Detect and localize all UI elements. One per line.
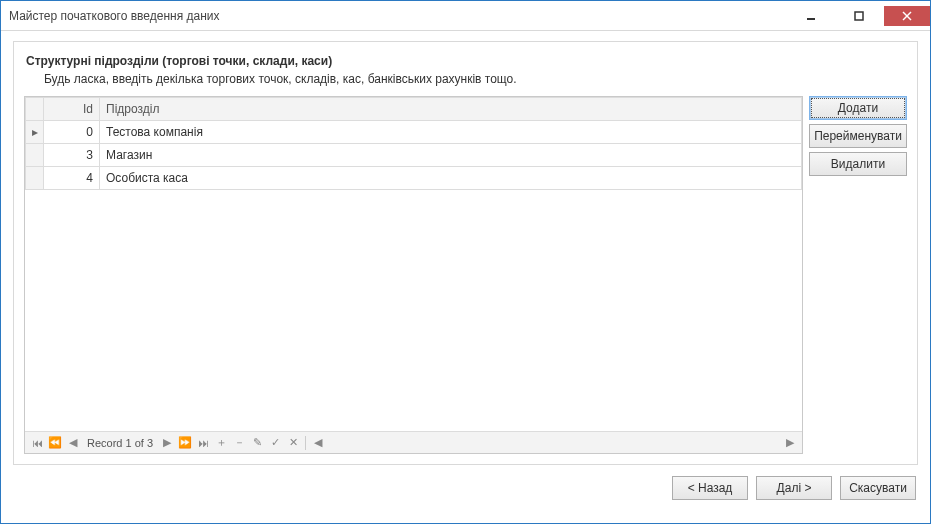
side-buttons: Додати Перейменувати Видалити (809, 96, 907, 454)
delete-button[interactable]: Видалити (809, 152, 907, 176)
grid-body[interactable]: Id Підрозділ ▸ 0 Тестова компанія (25, 97, 802, 431)
client-area: Структурні підрозділи (торгові точки, ск… (1, 31, 930, 523)
grid-header-row: Id Підрозділ (26, 98, 802, 121)
page-heading: Структурні підрозділи (торгові точки, ск… (26, 54, 907, 68)
rename-button[interactable]: Перейменувати (809, 124, 907, 148)
back-button[interactable]: < Назад (672, 476, 748, 500)
nav-last-icon[interactable]: ⏭ (195, 435, 211, 451)
nav-next-icon[interactable]: ▶ (159, 435, 175, 451)
wizard-window: Майстер початкового введення даних Струк… (0, 0, 931, 524)
row-indicator (26, 167, 44, 190)
grid-navigator: ⏮ ⏪ ◀ Record 1 of 3 ▶ ⏩ ⏭ ＋ － ✎ ✓ ✕ ◀ (25, 431, 802, 453)
table-row[interactable]: 3 Магазин (26, 144, 802, 167)
nav-add-icon[interactable]: ＋ (213, 435, 229, 451)
nav-prev-icon[interactable]: ◀ (65, 435, 81, 451)
nav-scroll-left-icon[interactable]: ◀ (310, 435, 326, 451)
nav-accept-icon[interactable]: ✓ (267, 435, 283, 451)
nav-first-icon[interactable]: ⏮ (29, 435, 45, 451)
table-row[interactable]: 4 Особиста каса (26, 167, 802, 190)
cell-id[interactable]: 4 (44, 167, 100, 190)
cell-unit[interactable]: Тестова компанія (100, 121, 802, 144)
main-row: Id Підрозділ ▸ 0 Тестова компанія (24, 96, 907, 454)
cell-unit[interactable]: Магазин (100, 144, 802, 167)
minimize-button[interactable] (788, 6, 834, 26)
next-button[interactable]: Далі > (756, 476, 832, 500)
footer: < Назад Далі > Скасувати (13, 465, 918, 511)
add-button[interactable]: Додати (809, 96, 907, 120)
grid-header-unit[interactable]: Підрозділ (100, 98, 802, 121)
cell-unit[interactable]: Особиста каса (100, 167, 802, 190)
nav-remove-icon[interactable]: － (231, 435, 247, 451)
grid-header-id[interactable]: Id (44, 98, 100, 121)
nav-scroll-right-icon[interactable]: ▶ (782, 435, 798, 451)
row-indicator (26, 144, 44, 167)
close-icon (902, 11, 912, 21)
grid-table: Id Підрозділ ▸ 0 Тестова компанія (25, 97, 802, 190)
grid[interactable]: Id Підрозділ ▸ 0 Тестова компанія (24, 96, 803, 454)
page-subtext: Будь ласка, введіть декілька торгових то… (44, 72, 907, 86)
nav-cancel-icon[interactable]: ✕ (285, 435, 301, 451)
cell-id[interactable]: 0 (44, 121, 100, 144)
nav-edit-icon[interactable]: ✎ (249, 435, 265, 451)
row-indicator: ▸ (26, 121, 44, 144)
nav-prev-page-icon[interactable]: ⏪ (47, 435, 63, 451)
cancel-button[interactable]: Скасувати (840, 476, 916, 500)
maximize-icon (854, 11, 864, 21)
nav-separator (305, 436, 306, 450)
svg-rect-1 (855, 12, 863, 20)
grid-header-selector[interactable] (26, 98, 44, 121)
table-row[interactable]: ▸ 0 Тестова компанія (26, 121, 802, 144)
nav-next-page-icon[interactable]: ⏩ (177, 435, 193, 451)
window-title: Майстер початкового введення даних (9, 9, 786, 23)
titlebar: Майстер початкового введення даних (1, 1, 930, 31)
cell-id[interactable]: 3 (44, 144, 100, 167)
nav-position-text: Record 1 of 3 (83, 437, 157, 449)
maximize-button[interactable] (836, 6, 882, 26)
close-button[interactable] (884, 6, 930, 26)
minimize-icon (806, 11, 816, 21)
content-box: Структурні підрозділи (торгові точки, ск… (13, 41, 918, 465)
